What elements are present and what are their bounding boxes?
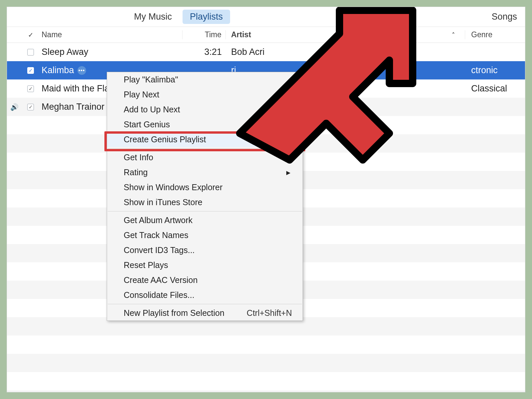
- menu-item-label: Create Genius Playlist: [124, 135, 206, 144]
- menu-separator: [108, 148, 302, 149]
- column-headers: ✓ Name Time Artist ˄ Genre: [7, 27, 525, 43]
- submenu-caret-icon: ▸: [286, 168, 296, 177]
- menu-item[interactable]: Reset Plays: [107, 258, 303, 273]
- menu-item[interactable]: Convert ID3 Tags...: [107, 243, 303, 258]
- track-checkbox[interactable]: [27, 49, 34, 56]
- menu-item[interactable]: Play "Kalimba": [107, 72, 303, 87]
- track-name: Kalimba: [42, 65, 74, 75]
- menu-item-label: Get Album Artwork: [124, 215, 193, 225]
- menu-shortcut: Ctrl+Shift+N: [247, 308, 296, 318]
- check-icon: ✓: [28, 31, 34, 39]
- menu-item[interactable]: Consolidate Files...: [107, 288, 303, 303]
- menu-item-label: Play Next: [124, 90, 159, 99]
- track-genre: ctronic: [465, 65, 525, 75]
- column-check[interactable]: ✓: [22, 31, 40, 39]
- menu-item[interactable]: Get Album Artwork: [107, 213, 303, 228]
- menu-item-label: Create AAC Version: [124, 275, 198, 285]
- menu-item[interactable]: Create AAC Version: [107, 273, 303, 288]
- column-name[interactable]: Name: [40, 30, 183, 39]
- top-tabs: My Music Playlists Songs: [7, 7, 525, 27]
- menu-item[interactable]: Rating▸: [107, 165, 303, 180]
- track-row[interactable]: Sleep Away3:21Bob Acri: [7, 43, 525, 61]
- column-artist[interactable]: Artist ˄: [226, 30, 465, 39]
- menu-item-label: Reset Plays: [124, 260, 168, 270]
- menu-item-label: Rating: [124, 168, 148, 177]
- menu-item-label: Convert ID3 Tags...: [124, 245, 195, 255]
- tab-my-music[interactable]: My Music: [127, 10, 179, 24]
- menu-item[interactable]: Get Track Names: [107, 228, 303, 243]
- menu-item-label: Start Genius: [124, 120, 170, 129]
- menu-item[interactable]: Get Info: [107, 150, 303, 165]
- menu-item-label: Play "Kalimba": [124, 75, 178, 84]
- context-menu: Play "Kalimba"Play NextAdd to Up NextSta…: [107, 72, 303, 321]
- menu-item-label: Consolidate Files...: [124, 290, 195, 300]
- track-artist: Bob Acri: [226, 47, 465, 57]
- track-name: Maid with the Fla: [42, 83, 109, 94]
- menu-item[interactable]: Show in iTunes Store: [107, 195, 303, 210]
- track-checkbox[interactable]: [27, 104, 34, 110]
- column-genre[interactable]: Genre: [465, 30, 525, 39]
- menu-separator: [108, 211, 302, 211]
- menu-item-label: Show in iTunes Store: [124, 198, 202, 207]
- menu-separator: [108, 304, 302, 304]
- menu-item[interactable]: Add to Up Next: [107, 102, 303, 117]
- view-selector-songs[interactable]: Songs: [491, 12, 518, 22]
- track-name: Meghan Trainor: [42, 102, 104, 112]
- menu-item-label: Get Track Names: [124, 230, 189, 240]
- tab-playlists[interactable]: Playlists: [183, 10, 230, 24]
- track-time: 3:21: [183, 47, 226, 57]
- track-checkbox[interactable]: [27, 85, 34, 92]
- menu-item[interactable]: Play Next: [107, 87, 303, 102]
- menu-item-label: New Playlist from Selection: [124, 308, 224, 318]
- menu-item[interactable]: Show in Windows Explorer: [107, 180, 303, 195]
- itunes-window: My Music Playlists Songs ✓ Name Time Art…: [7, 7, 525, 392]
- sort-caret-icon: ˄: [452, 31, 455, 39]
- menu-item-label: Show in Windows Explorer: [124, 183, 222, 192]
- track-more-icon[interactable]: •••: [77, 66, 86, 75]
- menu-item-label: Get Info: [124, 153, 153, 162]
- now-playing-speaker-icon: 🔊: [10, 103, 19, 111]
- menu-item[interactable]: New Playlist from SelectionCtrl+Shift+N: [107, 306, 303, 321]
- menu-item-label: Add to Up Next: [124, 105, 180, 114]
- track-checkbox[interactable]: [27, 67, 34, 74]
- menu-item[interactable]: Start Genius: [107, 117, 303, 132]
- track-name: Sleep Away: [42, 47, 88, 57]
- column-time[interactable]: Time: [183, 30, 226, 39]
- column-artist-label: Artist: [231, 30, 251, 39]
- track-genre: Classical: [465, 83, 525, 94]
- menu-item[interactable]: Create Genius Playlist: [107, 132, 303, 147]
